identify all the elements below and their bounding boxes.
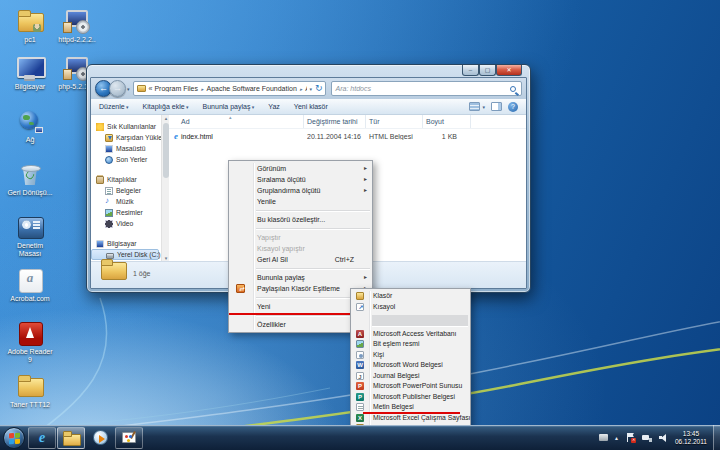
column-header-name[interactable]: Ad▴ [169, 115, 304, 128]
submenu-item[interactable]: Klasör [351, 291, 470, 302]
submenu-item[interactable] [372, 315, 468, 326]
shortcut-icon [356, 303, 364, 311]
sidebar-scrollbar[interactable] [161, 115, 169, 261]
submenu-item[interactable]: Bit eşlem resmi [351, 339, 470, 350]
context-menu-item[interactable]: Yenile [229, 196, 372, 207]
desktop-icon[interactable]: Acrobat.com [6, 268, 54, 303]
submenu-item[interactable]: Microsoft Access Veritabanı [351, 329, 470, 340]
breadcrumb-segment[interactable]: Program Files▸ [154, 85, 206, 92]
help-icon[interactable]: ? [508, 102, 518, 112]
action-center-icon[interactable] [626, 433, 634, 442]
recent-icon [105, 156, 113, 164]
submenu-item[interactable]: Microsoft Word Belgesi [351, 360, 470, 371]
removable-device-icon[interactable] [599, 434, 608, 441]
desktop-icon[interactable]: httpd-2.2.2.. [53, 9, 101, 44]
context-menu-item[interactable]: Geri Al Sil Ctrl+Z [229, 254, 372, 265]
folder-sm-icon [356, 292, 364, 300]
sidebar-item[interactable]: Sık Kullanılanlar [91, 121, 161, 132]
toolbar-button[interactable]: Bununla paylaş [203, 103, 255, 110]
column-header-type[interactable]: Tür [366, 115, 423, 128]
maximize-button[interactable]: ▢ [479, 65, 496, 76]
submenu-item[interactable]: Kısayol [351, 302, 470, 313]
submenu-item[interactable]: Kişi [351, 350, 470, 361]
toolbar-button[interactable]: Yaz [268, 103, 280, 110]
window-titlebar[interactable]: – ▢ ✕ [87, 65, 530, 77]
menu-item-label: Özellikler [257, 319, 286, 330]
refresh-icon[interactable]: ↻ [315, 82, 323, 95]
sidebar-item[interactable]: Resimler [91, 207, 161, 218]
column-header-size[interactable]: Boyut [423, 115, 471, 128]
star-icon [96, 123, 104, 131]
volume-icon[interactable] [659, 433, 668, 442]
word-icon [356, 361, 364, 369]
address-dropdown-icon[interactable]: ▾ [309, 86, 312, 92]
sidebar-item[interactable]: Karşıdan Yüklem [91, 132, 161, 143]
folder-user-icon [15, 9, 45, 34]
sidebar-item[interactable]: Son Yerler [91, 154, 161, 165]
desktop-icon[interactable]: Taner TTT12 [6, 374, 54, 409]
context-menu-item[interactable]: Gruplandırma ölçütü [229, 185, 372, 196]
breadcrumb-prefix: « [149, 85, 153, 92]
start-button[interactable] [3, 427, 25, 449]
sidebar-item[interactable]: Video [91, 218, 161, 229]
desktop-icon[interactable]: Adobe Reader 9 [6, 321, 54, 364]
context-menu-item[interactable] [256, 210, 370, 211]
toolbar-button[interactable]: Kitaplığa ekle [143, 103, 189, 110]
submenu-item-label: Kısayol [373, 302, 395, 313]
preview-pane-icon[interactable] [491, 102, 502, 111]
breadcrumb-segment[interactable]: Apache Software Foundation▸ [207, 85, 306, 92]
taskbar-paint-button[interactable] [115, 427, 143, 449]
forward-button[interactable] [109, 80, 126, 97]
search-icon[interactable] [510, 86, 516, 92]
address-bar[interactable]: « Program Files▸ Apache Software Foundat… [133, 81, 326, 96]
close-button[interactable]: ✕ [496, 65, 522, 76]
show-hidden-icons-icon[interactable]: ▲ [614, 435, 619, 441]
desktop-icon[interactable]: Ağ [6, 109, 54, 144]
taskbar-clock[interactable]: 13:45 06.12.2011 [675, 430, 707, 446]
explorer-folder-icon [63, 431, 80, 444]
context-menu-item[interactable]: Bu klasörü özelleştir... [229, 214, 372, 225]
submenu-item[interactable]: Microsoft Publisher Belgesi [351, 392, 470, 403]
sidebar-item[interactable]: Masaüstü [91, 143, 161, 154]
desktop-icon[interactable]: Bilgisayar [6, 56, 54, 91]
context-menu-item[interactable] [256, 268, 370, 269]
taskbar-explorer-button[interactable] [57, 427, 85, 449]
sidebar-item[interactable]: Müzik [91, 196, 161, 207]
change-view-caret-icon[interactable]: ▾ [482, 104, 485, 110]
context-menu-item[interactable]: Kısayol yapıştır [229, 243, 372, 254]
context-menu-item[interactable] [256, 228, 370, 229]
submenu-item[interactable]: Journal Belgesi [351, 371, 470, 382]
desktop-icon-label: Bilgisayar [6, 83, 54, 91]
toolbar-button[interactable]: Düzenle [99, 103, 129, 110]
breadcrumb-segment[interactable]: Apache2.2▸ [305, 85, 307, 92]
context-menu-item[interactable]: Sıralama ölçütü [229, 174, 372, 185]
file-row[interactable]: eindex.html 20.11.2004 14:16 HTML Belges… [169, 129, 526, 143]
sidebar-item[interactable]: Kitaplıklar [91, 174, 161, 185]
submenu-item[interactable]: Metin Belgesi [351, 402, 470, 413]
search-box[interactable]: Ara: htdocs [331, 81, 522, 96]
sidebar-item[interactable]: Bilgisayar [91, 238, 161, 249]
show-desktop-button[interactable] [713, 425, 720, 450]
submenu-item[interactable]: Microsoft PowerPoint Sunusu [351, 381, 470, 392]
taskbar-ie-button[interactable]: e [28, 427, 56, 449]
sidebar-item-label: Karşıdan Yüklem [116, 134, 161, 141]
context-menu-item[interactable]: Yapıştır [229, 232, 372, 243]
sidebar-item-label: Son Yerler [116, 156, 147, 163]
column-header-date[interactable]: Değiştirme tarihi [304, 115, 366, 128]
recent-pages-caret-icon[interactable]: ▾ [127, 86, 130, 92]
submenu-item[interactable]: Microsoft Excel Çalışma Sayfası [351, 413, 470, 424]
context-menu-item[interactable]: Görünüm [229, 163, 372, 174]
desktop-icon[interactable]: pc1 [6, 9, 54, 44]
address-folder-icon [137, 85, 146, 92]
network-status-icon[interactable] [642, 434, 652, 442]
context-menu-item[interactable]: Bununla paylaş [229, 272, 372, 283]
desktop-icon[interactable]: Denetim Masası [6, 215, 54, 258]
sidebar-item[interactable]: Belgeler [91, 185, 161, 196]
minimize-button[interactable]: – [462, 65, 479, 76]
toolbar-button[interactable]: Yeni klasör [294, 103, 328, 110]
taskbar-media-player-button[interactable] [86, 427, 114, 449]
desktop-icon[interactable]: Geri Dönüşü... [6, 162, 54, 197]
powerpoint-icon [356, 382, 364, 390]
change-view-icon[interactable] [469, 102, 480, 111]
scrollbar-thumb[interactable] [163, 123, 169, 178]
